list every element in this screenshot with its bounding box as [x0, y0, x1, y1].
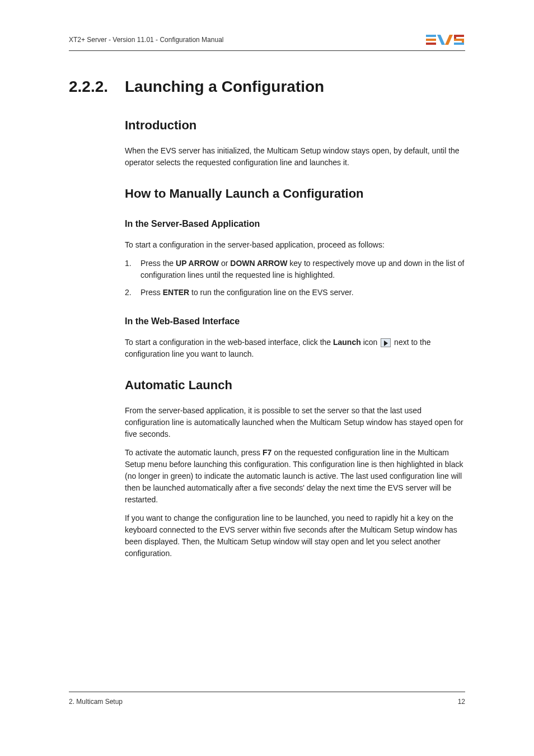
footer-page-number: 12: [458, 698, 465, 706]
auto-p3: If you want to change the configuration …: [125, 512, 465, 559]
svg-rect-7: [454, 43, 464, 45]
intro-heading: Introduction: [125, 118, 465, 133]
auto-p1: From the server-based application, it is…: [125, 405, 465, 440]
list-item: Press ENTER to run the configuration lin…: [125, 287, 465, 298]
intro-text: When the EVS server has initialized, the…: [125, 145, 465, 169]
manual-heading: How to Manually Launch a Configuration: [125, 186, 465, 201]
launch-icon: [381, 338, 391, 347]
page-footer: 2. Multicam Setup 12: [69, 692, 465, 706]
heading-title: Launching a Configuration: [125, 78, 324, 96]
header-text: XT2+ Server - Version 11.01 - Configurat…: [69, 36, 223, 44]
web-heading: In the Web-Based Interface: [125, 316, 465, 326]
server-heading: In the Server-Based Application: [125, 219, 465, 229]
auto-heading: Automatic Launch: [125, 378, 465, 393]
evs-logo: [426, 34, 465, 46]
auto-p2: To activate the automatic launch, press …: [125, 447, 465, 506]
svg-rect-2: [426, 43, 436, 45]
auto-section: Automatic Launch From the server-based a…: [125, 378, 465, 559]
svg-rect-0: [426, 35, 436, 37]
server-steps: Press the UP ARROW or DOWN ARROW key to …: [125, 258, 465, 298]
server-intro: To start a configuration in the server-b…: [125, 239, 465, 251]
web-text: To start a configuration in the web-base…: [125, 337, 465, 360]
heading-number: 2.2.2.: [69, 78, 125, 96]
manual-section: How to Manually Launch a Configuration I…: [125, 186, 465, 360]
svg-rect-1: [426, 39, 436, 41]
list-item: Press the UP ARROW or DOWN ARROW key to …: [125, 258, 465, 281]
page-header: XT2+ Server - Version 11.01 - Configurat…: [69, 34, 465, 51]
footer-left: 2. Multicam Setup: [69, 698, 123, 706]
section-heading: 2.2.2. Launching a Configuration: [69, 78, 465, 96]
intro-section: Introduction When the EVS server has ini…: [125, 118, 465, 169]
